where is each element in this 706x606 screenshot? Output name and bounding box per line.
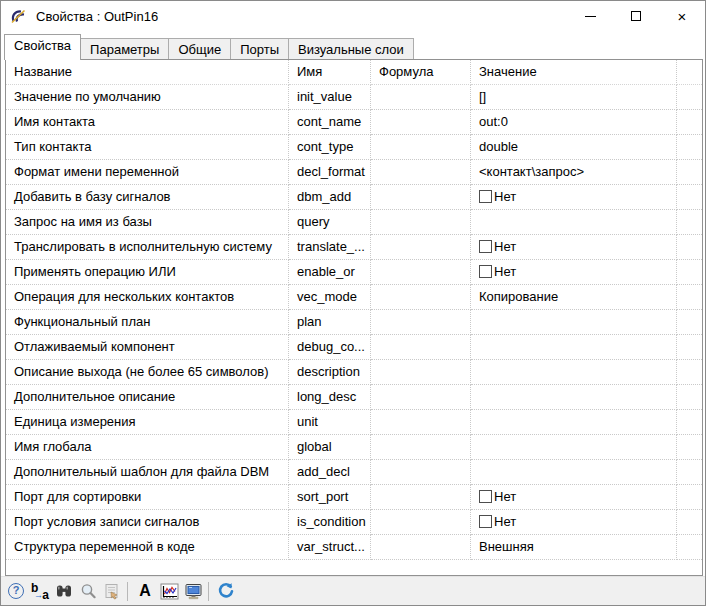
row-value-cell[interactable]: out:0 [471,110,677,135]
checkbox[interactable] [479,490,492,503]
row-value-cell[interactable]: Нет [471,510,677,535]
row-formula-cell[interactable] [371,385,471,410]
row-formula-cell[interactable] [371,285,471,310]
row-id-cell[interactable]: enable_or [289,260,371,285]
row-id-cell[interactable]: description [289,360,371,385]
row-value-cell[interactable]: Нет [471,185,677,210]
table-row[interactable]: Значение по умолчаниюinit_value[] [6,85,702,110]
table-row[interactable]: Отлаживаемый компонентdebug_co... [6,335,702,360]
row-formula-cell[interactable] [371,85,471,110]
row-name-cell[interactable]: Отлаживаемый компонент [6,335,289,360]
table-row[interactable]: Описание выхода (не более 65 символов)de… [6,360,702,385]
row-name-cell[interactable]: Значение по умолчанию [6,85,289,110]
row-formula-cell[interactable] [371,310,471,335]
row-formula-cell[interactable] [371,435,471,460]
row-formula-cell[interactable] [371,185,471,210]
row-value-cell[interactable]: double [471,135,677,160]
row-name-cell[interactable]: Дополнительный шаблон для файла DBM [6,460,289,485]
row-id-cell[interactable]: plan [289,310,371,335]
row-id-cell[interactable]: var_struct... [289,535,371,560]
minimize-button[interactable] [567,1,613,31]
row-value-cell[interactable]: Нет [471,260,677,285]
row-name-cell[interactable]: Функциональный план [6,310,289,335]
row-id-cell[interactable]: query [289,210,371,235]
row-id-cell[interactable]: cont_type [289,135,371,160]
row-name-cell[interactable]: Применять операцию ИЛИ [6,260,289,285]
pick-button[interactable] [101,580,123,602]
row-value-cell[interactable]: [] [471,85,677,110]
tab-3[interactable]: Порты [230,38,289,60]
row-formula-cell[interactable] [371,260,471,285]
table-row[interactable]: Имя контактаcont_nameout:0 [6,110,702,135]
row-name-cell[interactable]: Описание выхода (не более 65 символов) [6,360,289,385]
row-id-cell[interactable]: decl_format [289,160,371,185]
row-name-cell[interactable]: Тип контакта [6,135,289,160]
row-id-cell[interactable]: add_decl [289,460,371,485]
row-name-cell[interactable]: Структура переменной в коде [6,535,289,560]
checkbox[interactable] [479,265,492,278]
row-formula-cell[interactable] [371,410,471,435]
table-row[interactable]: Дополнительное описаниеlong_desc [6,385,702,410]
row-id-cell[interactable]: long_desc [289,385,371,410]
refresh-button[interactable] [215,580,237,602]
tab-2[interactable]: Общие [168,38,231,60]
row-formula-cell[interactable] [371,135,471,160]
table-row[interactable]: Структура переменной в кодеvar_struct...… [6,535,702,560]
tab-4[interactable]: Визуальные слои [288,38,414,60]
row-value-cell[interactable] [471,435,677,460]
row-id-cell[interactable]: is_condition [289,510,371,535]
row-name-cell[interactable]: Порт для сортировки [6,485,289,510]
table-row[interactable]: Дополнительный шаблон для файла DBMadd_d… [6,460,702,485]
row-name-cell[interactable]: Запрос на имя из базы [6,210,289,235]
row-id-cell[interactable]: debug_co... [289,335,371,360]
row-value-cell[interactable] [471,210,677,235]
row-id-cell[interactable]: vec_mode [289,285,371,310]
row-value-cell[interactable] [471,335,677,360]
tab-1[interactable]: Параметры [80,38,169,60]
table-row[interactable]: Запрос на имя из базыquery [6,210,702,235]
checkbox[interactable] [479,515,492,528]
rename-button[interactable]: b → a [29,580,51,602]
row-formula-cell[interactable] [371,110,471,135]
tab-0[interactable]: Свойства [4,34,81,60]
row-id-cell[interactable]: sort_port [289,485,371,510]
row-name-cell[interactable]: Имя контакта [6,110,289,135]
chart-button[interactable] [158,580,180,602]
zoom-button[interactable] [77,580,99,602]
table-row[interactable]: Добавить в базу сигналовdbm_addНет [6,185,702,210]
close-button[interactable]: × [659,1,705,31]
row-name-cell[interactable]: Формат имени переменной [6,160,289,185]
checkbox[interactable] [479,240,492,253]
row-formula-cell[interactable] [371,510,471,535]
row-name-cell[interactable]: Дополнительное описание [6,385,289,410]
row-formula-cell[interactable] [371,360,471,385]
row-formula-cell[interactable] [371,460,471,485]
row-name-cell[interactable]: Порт условия записи сигналов [6,510,289,535]
row-formula-cell[interactable] [371,210,471,235]
row-formula-cell[interactable] [371,335,471,360]
maximize-button[interactable] [613,1,659,31]
row-id-cell[interactable]: dbm_add [289,185,371,210]
row-id-cell[interactable]: translate_... [289,235,371,260]
table-row[interactable]: Единица измеренияunit [6,410,702,435]
row-formula-cell[interactable] [371,235,471,260]
row-id-cell[interactable]: global [289,435,371,460]
row-id-cell[interactable]: cont_name [289,110,371,135]
table-row[interactable]: Формат имени переменнойdecl_format<конта… [6,160,702,185]
row-name-cell[interactable]: Операция для нескольких контактов [6,285,289,310]
table-row[interactable]: Порт условия записи сигналовis_condition… [6,510,702,535]
row-formula-cell[interactable] [371,535,471,560]
help-button[interactable]: ? [5,580,27,602]
row-value-cell[interactable]: Внешняя [471,535,677,560]
row-value-cell[interactable]: Нет [471,485,677,510]
row-value-cell[interactable] [471,385,677,410]
row-name-cell[interactable]: Транслировать в исполнительную систему [6,235,289,260]
row-formula-cell[interactable] [371,485,471,510]
row-value-cell[interactable] [471,410,677,435]
row-id-cell[interactable]: init_value [289,85,371,110]
row-value-cell[interactable] [471,460,677,485]
row-name-cell[interactable]: Единица измерения [6,410,289,435]
monitor-button[interactable] [182,580,204,602]
table-row[interactable]: Имя глобалаglobal [6,435,702,460]
row-id-cell[interactable]: unit [289,410,371,435]
